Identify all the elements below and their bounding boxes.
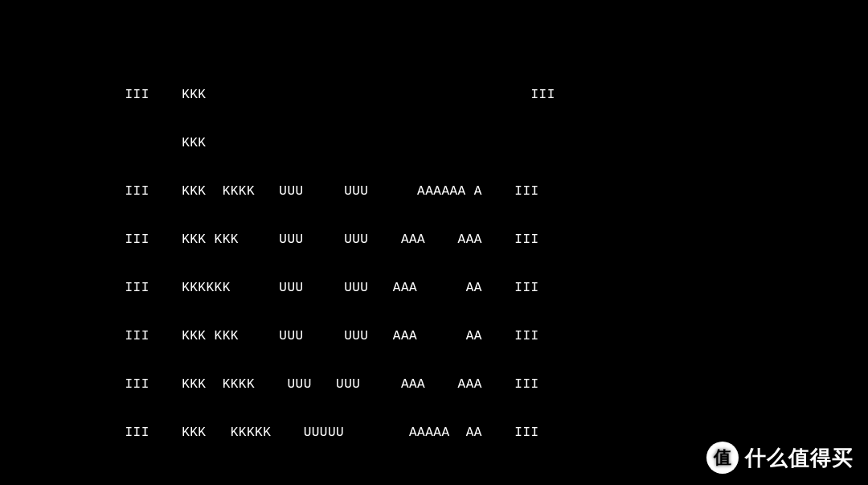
- terminal-screen[interactable]: III KKK III KKK III KKK KKKK UUU UUU AAA…: [0, 0, 868, 485]
- ascii-row-0: III KKK III: [11, 87, 857, 103]
- ascii-logo: III KKK III KKK III KKK KKKK UUU UUU AAA…: [11, 55, 857, 473]
- watermark-badge-icon: 值: [706, 442, 739, 474]
- ascii-row-6: III KKK KKKK UUU UUU AAA AAA III: [11, 376, 857, 393]
- ascii-row-3: III KKK KKK UUU UUU AAA AAA III: [11, 232, 857, 248]
- ascii-row-4: III KKKKKK UUU UUU AAA AA III: [11, 280, 857, 296]
- ascii-row-5: III KKK KKK UUU UUU AAA AA III: [11, 328, 857, 344]
- ascii-row-1: KKK: [11, 135, 857, 151]
- watermark-text: 什么值得买: [745, 445, 854, 471]
- ascii-row-7: III KKK KKKKK UUUUU AAAAA AA III: [11, 425, 857, 441]
- ascii-row-2: III KKK KKKK UUU UUU AAAAAA A III: [11, 183, 857, 199]
- watermark: 值 什么值得买: [706, 442, 854, 474]
